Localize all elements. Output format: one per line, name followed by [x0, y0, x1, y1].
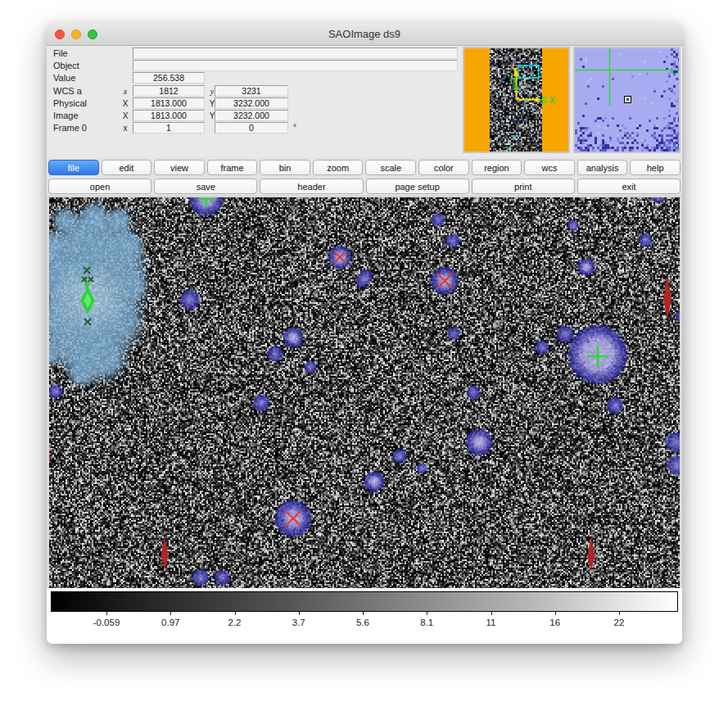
- colorbar-tick-label: 16: [549, 618, 560, 627]
- file-submenu-bar: opensaveheaderpage setupprintexit: [47, 177, 682, 197]
- colorbar-tick-label: 0.97: [161, 618, 179, 627]
- wcs-label: WCS a: [53, 86, 82, 96]
- panner-canvas[interactable]: [464, 48, 568, 152]
- colorbar-tick: [235, 612, 236, 615]
- colorbar-tick-label: 3.7: [292, 618, 305, 627]
- info-row-value: Value 256.538: [47, 72, 463, 84]
- menu-zoom-button[interactable]: zoom: [313, 160, 364, 175]
- angle-degree-symbol: °: [293, 123, 296, 132]
- file-label: File: [53, 48, 68, 58]
- menu-exit-button[interactable]: exit: [577, 179, 681, 194]
- menu-color-button[interactable]: color: [418, 160, 469, 175]
- menu-view-button[interactable]: view: [154, 160, 205, 175]
- physical-x-field[interactable]: 1813.000: [133, 97, 205, 109]
- menu-edit-button[interactable]: edit: [102, 160, 152, 175]
- object-field[interactable]: [133, 60, 458, 71]
- wcs-y-field[interactable]: 3231: [215, 85, 288, 97]
- info-row-object: Object: [47, 60, 463, 72]
- frame-label: Frame 0: [53, 123, 87, 133]
- colorbar-tick: [106, 612, 107, 615]
- info-row-frame: Frame 0 x 1 0 °: [47, 122, 463, 134]
- menu-file-button[interactable]: file: [48, 160, 99, 175]
- colorbar-tick-label: 22: [614, 618, 625, 627]
- object-label: Object: [53, 61, 79, 70]
- menu-scale-button[interactable]: scale: [365, 160, 416, 175]
- fullscreen-button[interactable]: [88, 29, 97, 39]
- window-title: SAOImage ds9: [47, 23, 682, 45]
- info-panel: File Object Value 256.538 WCS a x 1812 y…: [47, 48, 463, 134]
- magnifier[interactable]: [573, 47, 681, 153]
- main-image-canvas[interactable]: [49, 197, 680, 588]
- colorbar-tick: [170, 612, 171, 615]
- image-x-field[interactable]: 1813.000: [133, 110, 205, 121]
- colorbar-tick: [299, 612, 300, 615]
- menu-analysis-button[interactable]: analysis: [577, 160, 628, 175]
- menu-open-button[interactable]: open: [48, 179, 151, 194]
- image-label: Image: [53, 111, 79, 120]
- physical-y-field[interactable]: 3232.000: [215, 97, 288, 109]
- ds9-window: SAOImage ds9 File Object Value 256.538 W…: [47, 23, 682, 644]
- colorbar-tick: [491, 612, 492, 615]
- image-display: [47, 197, 682, 588]
- wcs-x-field[interactable]: 1812: [133, 85, 205, 97]
- colorbar-tick: [427, 612, 427, 615]
- colorbar-tick: [619, 612, 620, 615]
- titlebar[interactable]: SAOImage ds9: [47, 23, 682, 46]
- menu-help-button[interactable]: help: [630, 160, 681, 175]
- colorbar-tick: [555, 612, 556, 615]
- panner[interactable]: [463, 47, 570, 153]
- menu-print-button[interactable]: print: [472, 179, 575, 194]
- image-y-field[interactable]: 3232.000: [215, 110, 288, 121]
- menu-frame-button[interactable]: frame: [207, 160, 258, 175]
- menu-header-button[interactable]: header: [260, 179, 363, 194]
- info-row-wcs: WCS a x 1812 y 3231: [47, 85, 463, 97]
- close-button[interactable]: [55, 29, 65, 39]
- colorbar-tick-label: 11: [486, 618, 496, 627]
- magnifier-canvas[interactable]: [575, 48, 679, 152]
- colorbar-tick: [363, 612, 364, 615]
- file-field[interactable]: [133, 48, 458, 59]
- menu-wcs-button[interactable]: wcs: [524, 160, 575, 175]
- menu-save-button[interactable]: save: [154, 179, 257, 194]
- image-x-label: X: [120, 111, 130, 120]
- colorbar-tick-label: 2.2: [228, 618, 242, 627]
- minimize-button[interactable]: [71, 29, 81, 39]
- colorbar-tick-label: 8.1: [420, 618, 433, 627]
- traffic-lights: [55, 29, 97, 39]
- info-row-file: File: [47, 48, 463, 60]
- colorbar-tick-label: -0.059: [93, 618, 120, 627]
- value-field[interactable]: 256.538: [133, 72, 205, 84]
- menu-bin-button[interactable]: bin: [260, 160, 310, 175]
- menu-page-setup-button[interactable]: page setup: [366, 179, 469, 194]
- info-row-image: Image X 1813.000 Y 3232.000: [47, 110, 463, 122]
- frame-number-field[interactable]: 1: [133, 122, 205, 134]
- colorbar-tick-label: 5.6: [356, 618, 369, 627]
- frame-x-label: x: [120, 124, 130, 133]
- menu-region-button[interactable]: region: [472, 160, 522, 175]
- physical-label: Physical: [53, 98, 87, 108]
- menu-bar: fileeditviewframebinzoomscalecolorregion…: [47, 157, 682, 177]
- frame-angle-field[interactable]: 0: [215, 122, 288, 134]
- info-row-physical: Physical X 1813.000 Y 3232.000: [47, 97, 463, 110]
- wcs-x-label: x: [120, 87, 130, 96]
- value-label: Value: [53, 73, 75, 83]
- physical-x-label: X: [120, 99, 130, 108]
- colorbar: -0.0590.972.23.75.68.1111622: [47, 588, 682, 644]
- colorbar-gradient[interactable]: [51, 591, 678, 612]
